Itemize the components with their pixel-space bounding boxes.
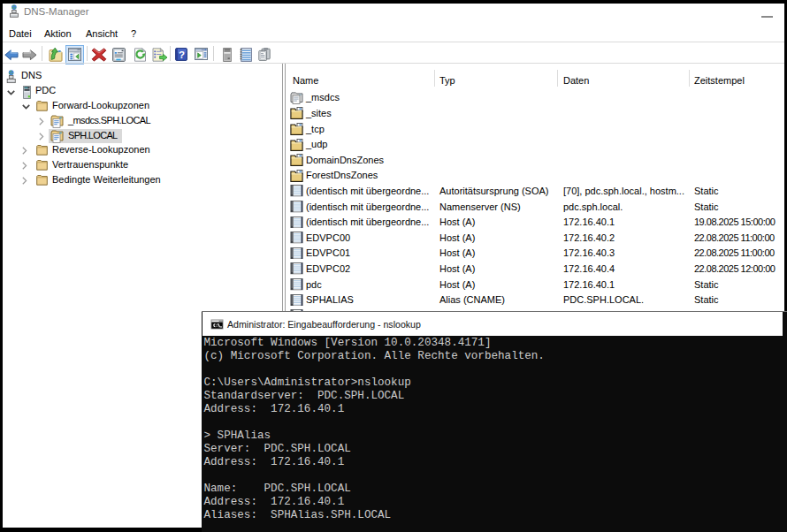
svg-text:?: ? [179, 49, 185, 59]
